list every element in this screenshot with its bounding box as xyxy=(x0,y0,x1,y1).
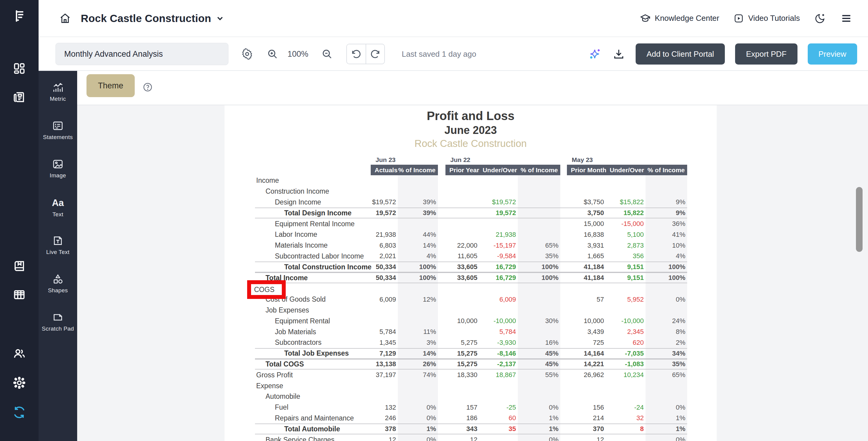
report-title: Profit and Loss xyxy=(224,108,717,123)
knowledge-center-link[interactable]: Knowledge Center xyxy=(640,13,719,24)
sync-icon[interactable] xyxy=(12,405,26,419)
document-canvas[interactable]: Profit and Loss June 2023 Rock Castle Co… xyxy=(77,105,868,441)
col-under-over: Under/Over xyxy=(610,167,644,174)
row-value: 21,938 xyxy=(479,231,518,239)
help-icon[interactable] xyxy=(139,79,156,96)
row-value: 725 xyxy=(567,339,606,347)
tool-live-text[interactable]: Live Text xyxy=(38,235,77,256)
row-value: 15,822 xyxy=(606,209,646,217)
row-value: $19,572 xyxy=(479,198,518,206)
page-settings-gear-icon[interactable] xyxy=(241,47,254,61)
hamburger-menu-icon[interactable] xyxy=(840,12,852,24)
row-label: Construction Income xyxy=(255,187,371,196)
row-value: 16% xyxy=(518,339,560,347)
reports-icon[interactable] xyxy=(12,90,26,104)
users-icon[interactable] xyxy=(12,347,26,360)
image-icon xyxy=(52,158,64,170)
row-value: 10,000 xyxy=(567,317,606,325)
col-pct-income: % of Income xyxy=(647,167,685,174)
row-value: 16,838 xyxy=(567,231,606,239)
tool-scratch-pad[interactable]: Scratch Pad xyxy=(38,311,77,332)
header-bar-jun23: Actuals % of Income xyxy=(371,165,438,175)
table-row: Repairs and Maintenance2460%186601%21432… xyxy=(255,413,687,424)
zoom-level: 100% xyxy=(287,50,308,59)
row-value: -24 xyxy=(606,404,646,411)
knowledge-center-label: Knowledge Center xyxy=(655,13,719,23)
row-value: -10,000 xyxy=(606,317,646,325)
table-icon[interactable] xyxy=(12,288,26,302)
row-value: 50,334 xyxy=(371,274,398,282)
dashboard-icon[interactable] xyxy=(12,62,26,76)
tool-label: Statements xyxy=(43,134,73,141)
tool-label: Scratch Pad xyxy=(42,325,74,332)
row-value: -9,584 xyxy=(479,252,518,260)
redo-button[interactable] xyxy=(366,45,384,64)
row-label: Expense xyxy=(255,382,371,390)
video-play-icon xyxy=(734,13,744,24)
col-actuals: Actuals xyxy=(375,167,398,174)
row-value: 3,750 xyxy=(567,209,606,217)
row-value: 2% xyxy=(646,339,687,347)
editor-content: Theme Profit and Loss June 2023 Rock Cas… xyxy=(77,71,868,441)
row-value: 9% xyxy=(646,209,687,217)
theme-button[interactable]: Theme xyxy=(87,74,135,97)
company-switcher[interactable]: Rock Castle Construction xyxy=(81,12,224,24)
row-value: 44% xyxy=(398,231,438,239)
table-row: Materials Income6,80314%22,000-15,19765%… xyxy=(255,240,687,251)
preview-button[interactable]: Preview xyxy=(808,43,857,64)
table-row: Gross Profit37,19774%18,33018,86755%26,9… xyxy=(255,370,687,380)
tool-text[interactable]: Aa Text xyxy=(38,197,77,218)
ai-sparkle-icon[interactable] xyxy=(589,47,602,61)
row-value: 65% xyxy=(518,242,560,249)
row-value: 37,197 xyxy=(371,371,398,379)
row-label: Subcontracted Labor Income xyxy=(255,252,371,260)
video-tutorials-link[interactable]: Video Tutorials xyxy=(734,13,800,24)
table-row: Total Construction Income50,334100%33,60… xyxy=(255,262,687,272)
app-logo-icon[interactable] xyxy=(12,9,26,23)
row-value: 8 xyxy=(606,425,646,433)
dark-mode-moon-icon[interactable] xyxy=(814,13,826,24)
undo-button[interactable] xyxy=(347,45,366,64)
row-value: 41,184 xyxy=(567,274,606,282)
row-value: 378 xyxy=(371,425,398,433)
download-icon[interactable] xyxy=(612,47,625,61)
export-pdf-button[interactable]: Export PDF xyxy=(735,43,797,64)
zoom-out-icon[interactable] xyxy=(320,47,334,61)
table-row: Subcontracted Labor Income2,0214%11,605-… xyxy=(255,251,687,262)
text-aa-icon: Aa xyxy=(52,197,64,209)
table-row: Cost of Goods Sold6,00912%6,009575,9520% xyxy=(255,294,687,305)
tool-metric[interactable]: Metric xyxy=(38,82,77,102)
row-label: Job Materials xyxy=(255,328,371,336)
document-title-input[interactable] xyxy=(56,43,228,65)
settings-gear-icon[interactable] xyxy=(12,376,26,390)
row-label: Labor Income xyxy=(255,231,371,239)
add-to-client-portal-button[interactable]: Add to Client Portal xyxy=(636,43,725,64)
row-value: 9,151 xyxy=(606,263,646,271)
tool-image[interactable]: Image xyxy=(38,158,77,179)
cogs-annotation-box[interactable]: COGS xyxy=(247,280,286,299)
report-page: Profit and Loss June 2023 Rock Castle Co… xyxy=(224,105,717,441)
book-icon[interactable] xyxy=(12,259,26,273)
col-pct-income: % of Income xyxy=(521,167,558,174)
table-row xyxy=(255,283,687,294)
home-icon[interactable] xyxy=(59,12,71,24)
pnl-table: Jun 23 Jun 22 May 23 Actuals % of Income… xyxy=(255,155,687,441)
row-value: 1% xyxy=(646,414,687,422)
row-value: 157 xyxy=(445,404,479,411)
row-value: 18,330 xyxy=(445,371,479,379)
zoom-in-icon[interactable] xyxy=(266,47,279,61)
row-value: 41,184 xyxy=(567,263,606,271)
vertical-scrollbar-thumb[interactable] xyxy=(856,187,863,252)
row-value: 100% xyxy=(398,274,438,282)
row-value: 7,129 xyxy=(371,350,398,357)
tool-shapes[interactable]: Shapes xyxy=(38,273,77,294)
tool-statements[interactable]: Statements xyxy=(38,120,77,141)
row-value: 16,729 xyxy=(479,274,518,282)
row-value: 0% xyxy=(398,414,438,422)
row-value: 246 xyxy=(371,414,398,422)
row-value: 100% xyxy=(518,274,560,282)
table-body: IncomeConstruction IncomeDesign Income$1… xyxy=(255,175,687,441)
row-value: 343 xyxy=(445,425,479,433)
row-value: 0% xyxy=(518,404,560,411)
table-row: Equipment Rental Income15,000-15,00036% xyxy=(255,218,687,229)
